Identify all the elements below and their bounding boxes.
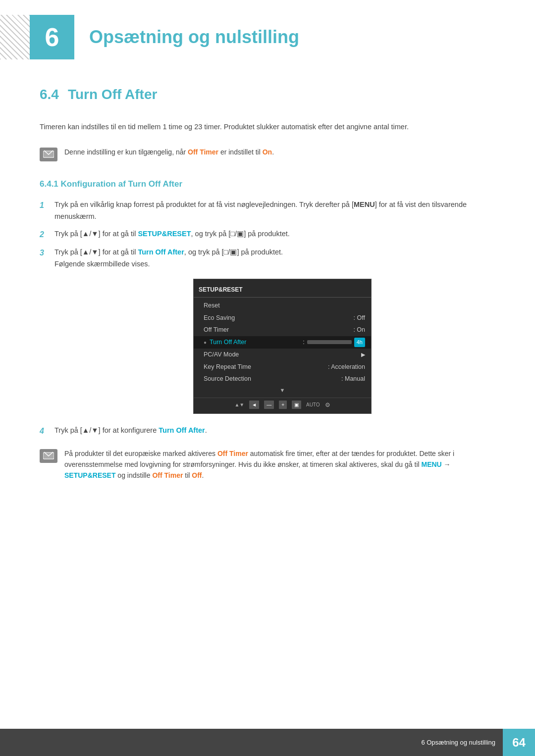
note-on-1: On xyxy=(263,148,272,156)
step-1: 1 Tryk på en vilkårlig knap forrest på p… xyxy=(40,199,495,222)
pcav-arrow-icon: ▶ xyxy=(361,351,365,359)
menu-item-name-pcav: PC/AV Mode xyxy=(204,350,258,359)
menu-item-name-key-repeat: Key Repeat Time xyxy=(204,362,258,372)
subsection-title: Konfiguration af Turn Off After xyxy=(61,179,183,189)
bottom-btn-minus: — xyxy=(264,401,274,409)
step-text-2: Tryk på [▲/▼] for at gå til SETUP&RESET,… xyxy=(54,228,495,240)
step-number-2: 2 xyxy=(40,228,51,241)
page-number: 64 xyxy=(512,734,526,752)
step-text-1: Tryk på en vilkårlig knap forrest på pro… xyxy=(54,199,495,222)
page-footer: 6 Opsætning og nulstilling 64 xyxy=(0,729,535,756)
footer-text: 6 Opsætning og nulstilling xyxy=(421,738,503,748)
menu-screenshot: SETUP&RESET Reset Eco Saving : Off Off T… xyxy=(69,279,495,414)
note-box-2: På produkter til det europæiske marked a… xyxy=(40,445,495,485)
menu-item-value-off-timer: : On xyxy=(353,325,365,335)
bottom-btn-auto: AUTO xyxy=(306,401,320,408)
subsection-heading: 6.4.1 Konfiguration af Turn Off After xyxy=(40,178,495,191)
note-svg-icon-2 xyxy=(43,452,54,460)
value-4h-badge: 4h xyxy=(354,338,365,347)
menu-item-name-off-timer: Off Timer xyxy=(204,325,258,335)
menu-title: SETUP&RESET xyxy=(194,283,371,298)
following-screen-text: Følgende skærmbillede vises. xyxy=(54,260,150,268)
menu-scroll-down: ▼ xyxy=(194,385,371,396)
chapter-header: 6 Opsætning og nulstilling xyxy=(0,0,535,69)
menu-item-pcav: PC/AV Mode ▶ xyxy=(194,349,371,361)
step-2: 2 Tryk på [▲/▼] for at gå til SETUP&RESE… xyxy=(40,228,495,241)
bottom-btn-plus: + xyxy=(279,401,287,409)
note-setup-reset: SETUP&RESET xyxy=(64,471,115,479)
menu-item-reset: Reset xyxy=(194,300,371,312)
note-off-timer-3: Off Timer xyxy=(152,471,183,479)
menu-item-value-key-repeat: : Acceleration xyxy=(328,362,365,372)
menu-label-1: MENU xyxy=(354,201,375,208)
progress-bar xyxy=(307,340,352,344)
note-svg-icon xyxy=(43,150,54,159)
note-icon-1 xyxy=(40,148,57,161)
note-text-1: Denne indstilling er kun tilgængelig, nå… xyxy=(64,147,274,158)
bottom-arrows: ▲▼ xyxy=(234,401,244,408)
setup-reset-label: SETUP&RESET xyxy=(138,230,191,238)
page-number-box: 64 xyxy=(503,729,535,756)
note-menu-label: MENU xyxy=(422,460,442,468)
bottom-btn-enter: ▣ xyxy=(292,401,301,409)
step-number-3: 3 xyxy=(40,247,51,259)
menu-box: SETUP&RESET Reset Eco Saving : Off Off T… xyxy=(193,279,372,414)
menu-item-name-source: Source Detection xyxy=(204,374,258,384)
step-3: 3 Tryk på [▲/▼] for at gå til Turn Off A… xyxy=(40,247,495,269)
menu-item-source: Source Detection : Manual xyxy=(194,373,371,385)
note-text-2: På produkter til det europæiske marked a… xyxy=(64,449,495,481)
subsection-number: 6.4.1 xyxy=(40,179,58,189)
note-box-1: Denne indstilling er kun tilgængelig, nå… xyxy=(40,143,495,165)
menu-item-eco: Eco Saving : Off xyxy=(194,312,371,324)
menu-item-value-eco: : Off xyxy=(354,313,365,323)
steps-list: 1 Tryk på en vilkårlig knap forrest på p… xyxy=(40,199,495,269)
chapter-number-block: 6 xyxy=(30,15,74,59)
step-4: 4 Tryk på [▲/▼] for at konfigurere Turn … xyxy=(40,425,495,438)
note-icon-2 xyxy=(40,449,57,463)
section-title: Turn Off After xyxy=(68,87,157,102)
menu-item-name-turn-off-after: ● Turn Off After xyxy=(204,338,258,347)
section-number: 6.4 xyxy=(40,87,59,102)
step-number-1: 1 xyxy=(40,199,51,212)
bottom-btn-left: ◄ xyxy=(249,401,259,409)
menu-item-value-source: : Manual xyxy=(341,374,365,384)
page-wrapper: 6 Opsætning og nulstilling 6.4Turn Off A… xyxy=(0,0,535,756)
menu-item-key-repeat: Key Repeat Time : Acceleration xyxy=(194,361,371,373)
menu-item-name-eco: Eco Saving xyxy=(204,313,258,323)
menu-item-value-pcav: ▶ xyxy=(361,351,365,359)
gear-dot-icon: ● xyxy=(204,339,207,346)
note-off-timer-2: Off Timer xyxy=(217,450,248,457)
menu-bottom-bar: ▲▼ ◄ — + ▣ AUTO ⚙ xyxy=(194,398,371,410)
turn-off-after-label-3: Turn Off After xyxy=(138,248,184,256)
step-number-4: 4 xyxy=(40,425,51,438)
menu-item-off-timer: Off Timer : On xyxy=(194,324,371,336)
chapter-title: Opsætning og nulstilling xyxy=(89,24,299,50)
step-text-4: Tryk på [▲/▼] for at konfigurere Turn Of… xyxy=(54,425,495,436)
chapter-number: 6 xyxy=(45,18,59,56)
intro-text: Timeren kan indstilles til en tid mellem… xyxy=(40,121,495,133)
main-content: 6.4Turn Off After Timeren kan indstilles… xyxy=(0,84,535,485)
turn-off-after-label-4: Turn Off After xyxy=(159,426,205,434)
step-text-3: Tryk på [▲/▼] for at gå til Turn Off Aft… xyxy=(54,247,495,269)
note-off-label: Off xyxy=(192,471,202,479)
steps-list-2: 4 Tryk på [▲/▼] for at konfigurere Turn … xyxy=(40,425,495,438)
menu-item-value-turn-off-after: : 4h xyxy=(303,338,365,347)
note-off-timer-1: Off Timer xyxy=(188,148,218,156)
menu-item-turn-off-after: ● Turn Off After : 4h xyxy=(194,336,371,349)
menu-item-name-reset: Reset xyxy=(204,301,258,310)
section-heading: 6.4Turn Off After xyxy=(40,84,495,109)
bottom-btn-gear: ⚙ xyxy=(325,401,330,409)
